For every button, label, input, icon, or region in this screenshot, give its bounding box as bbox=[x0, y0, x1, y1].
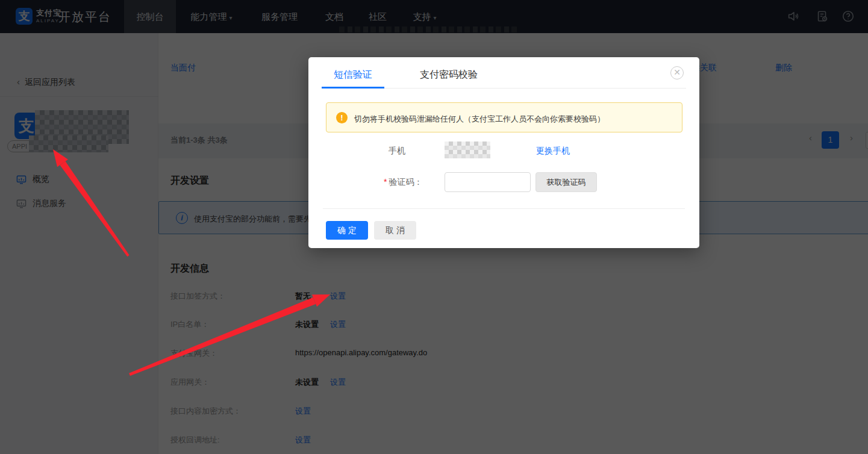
warning-icon: ! bbox=[336, 112, 348, 123]
cancel-button[interactable]: 取 消 bbox=[374, 221, 416, 240]
confirm-button[interactable]: 确 定 bbox=[326, 221, 368, 240]
warning-banner: ! 切勿将手机校验码泄漏给任何人（支付宝工作人员不会向你索要校验码） bbox=[326, 102, 682, 132]
get-code-button[interactable]: 获取验证码 bbox=[535, 172, 597, 192]
change-phone-link[interactable]: 更换手机 bbox=[536, 146, 570, 157]
divider bbox=[323, 208, 685, 209]
code-label: *验证码： bbox=[384, 177, 422, 188]
tab-sms-verify[interactable]: 短信验证 bbox=[322, 63, 384, 89]
dialog-tabbar: 短信验证 支付密码校验 bbox=[322, 63, 686, 89]
close-icon[interactable]: ✕ bbox=[670, 66, 684, 79]
phone-label: 手机 bbox=[389, 146, 405, 157]
verification-code-input[interactable] bbox=[445, 172, 531, 192]
warning-text: 切勿将手机校验码泄漏给任何人（支付宝工作人员不会向你索要校验码） bbox=[354, 114, 605, 125]
tab-pay-password-verify[interactable]: 支付密码校验 bbox=[412, 63, 486, 89]
sms-verify-dialog: 短信验证 支付密码校验 ✕ ! 切勿将手机校验码泄漏给任何人（支付宝工作人员不会… bbox=[308, 57, 699, 248]
blurred-phone-number bbox=[445, 141, 490, 158]
required-mark: * bbox=[384, 177, 387, 187]
